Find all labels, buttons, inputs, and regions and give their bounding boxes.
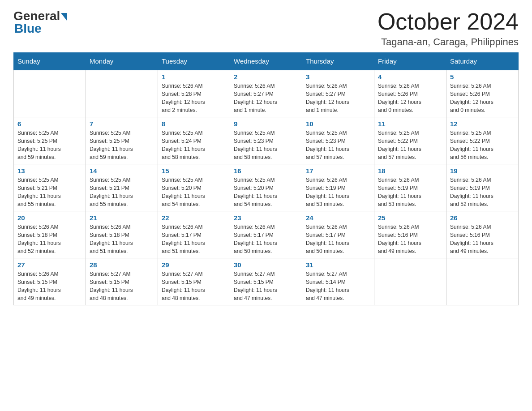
calendar-cell: 15Sunrise: 5:25 AMSunset: 5:20 PMDayligh… <box>158 164 230 211</box>
day-info: Sunrise: 5:25 AMSunset: 5:21 PMDaylight:… <box>90 176 154 208</box>
calendar-cell: 18Sunrise: 5:26 AMSunset: 5:19 PMDayligh… <box>374 164 446 211</box>
day-info: Sunrise: 5:25 AMSunset: 5:23 PMDaylight:… <box>306 129 370 161</box>
day-info: Sunrise: 5:25 AMSunset: 5:24 PMDaylight:… <box>162 129 226 161</box>
calendar-cell: 13Sunrise: 5:25 AMSunset: 5:21 PMDayligh… <box>14 164 86 211</box>
calendar-cell: 30Sunrise: 5:27 AMSunset: 5:15 PMDayligh… <box>230 258 302 305</box>
day-number: 30 <box>234 261 298 269</box>
day-number: 8 <box>162 120 226 128</box>
calendar-cell: 5Sunrise: 5:26 AMSunset: 5:26 PMDaylight… <box>446 70 519 117</box>
weekday-header-saturday: Saturday <box>446 53 519 70</box>
day-info: Sunrise: 5:26 AMSunset: 5:15 PMDaylight:… <box>17 270 82 302</box>
day-number: 27 <box>17 261 82 269</box>
calendar-cell: 8Sunrise: 5:25 AMSunset: 5:24 PMDaylight… <box>158 117 230 164</box>
calendar-cell: 24Sunrise: 5:26 AMSunset: 5:17 PMDayligh… <box>302 211 374 258</box>
day-info: Sunrise: 5:25 AMSunset: 5:20 PMDaylight:… <box>162 176 226 208</box>
calendar-cell: 6Sunrise: 5:25 AMSunset: 5:25 PMDaylight… <box>14 117 86 164</box>
calendar-cell: 20Sunrise: 5:26 AMSunset: 5:18 PMDayligh… <box>14 211 86 258</box>
calendar-cell: 12Sunrise: 5:25 AMSunset: 5:22 PMDayligh… <box>446 117 519 164</box>
logo: General Blue <box>13 9 67 35</box>
calendar-cell: 26Sunrise: 5:26 AMSunset: 5:16 PMDayligh… <box>446 211 519 258</box>
weekday-header-friday: Friday <box>374 53 446 70</box>
calendar-cell: 27Sunrise: 5:26 AMSunset: 5:15 PMDayligh… <box>14 258 86 305</box>
day-info: Sunrise: 5:25 AMSunset: 5:22 PMDaylight:… <box>450 129 515 161</box>
title-area: October 2024 Tagana-an, Caraga, Philippi… <box>378 9 519 48</box>
day-info: Sunrise: 5:26 AMSunset: 5:27 PMDaylight:… <box>234 82 298 114</box>
calendar-cell: 21Sunrise: 5:26 AMSunset: 5:18 PMDayligh… <box>86 211 158 258</box>
logo-arrow-icon <box>61 13 67 21</box>
calendar-cell: 2Sunrise: 5:26 AMSunset: 5:27 PMDaylight… <box>230 70 302 117</box>
weekday-header-tuesday: Tuesday <box>158 53 230 70</box>
day-number: 2 <box>234 73 298 81</box>
calendar-cell <box>446 258 519 305</box>
day-info: Sunrise: 5:26 AMSunset: 5:19 PMDaylight:… <box>450 176 515 208</box>
logo-blue-text: Blue <box>13 22 42 35</box>
weekday-header-wednesday: Wednesday <box>230 53 302 70</box>
day-number: 6 <box>17 120 82 128</box>
day-info: Sunrise: 5:26 AMSunset: 5:19 PMDaylight:… <box>306 176 370 208</box>
day-info: Sunrise: 5:26 AMSunset: 5:17 PMDaylight:… <box>162 223 226 255</box>
day-info: Sunrise: 5:26 AMSunset: 5:18 PMDaylight:… <box>17 223 82 255</box>
calendar-cell: 19Sunrise: 5:26 AMSunset: 5:19 PMDayligh… <box>446 164 519 211</box>
calendar-cell: 29Sunrise: 5:27 AMSunset: 5:15 PMDayligh… <box>158 258 230 305</box>
calendar-cell: 14Sunrise: 5:25 AMSunset: 5:21 PMDayligh… <box>86 164 158 211</box>
day-info: Sunrise: 5:25 AMSunset: 5:21 PMDaylight:… <box>17 176 82 208</box>
calendar-week-row: 6Sunrise: 5:25 AMSunset: 5:25 PMDaylight… <box>14 117 519 164</box>
day-info: Sunrise: 5:26 AMSunset: 5:17 PMDaylight:… <box>306 223 370 255</box>
day-info: Sunrise: 5:26 AMSunset: 5:18 PMDaylight:… <box>90 223 154 255</box>
calendar-cell: 28Sunrise: 5:27 AMSunset: 5:15 PMDayligh… <box>86 258 158 305</box>
day-info: Sunrise: 5:25 AMSunset: 5:25 PMDaylight:… <box>17 129 82 161</box>
calendar-cell <box>14 70 86 117</box>
day-info: Sunrise: 5:26 AMSunset: 5:27 PMDaylight:… <box>306 82 370 114</box>
day-info: Sunrise: 5:27 AMSunset: 5:15 PMDaylight:… <box>90 270 154 302</box>
day-number: 5 <box>450 73 515 81</box>
calendar-week-row: 1Sunrise: 5:26 AMSunset: 5:28 PMDaylight… <box>14 70 519 117</box>
calendar-cell <box>86 70 158 117</box>
calendar-cell: 3Sunrise: 5:26 AMSunset: 5:27 PMDaylight… <box>302 70 374 117</box>
day-number: 23 <box>234 214 298 222</box>
day-number: 22 <box>162 214 226 222</box>
day-number: 18 <box>378 167 442 175</box>
calendar-week-row: 27Sunrise: 5:26 AMSunset: 5:15 PMDayligh… <box>14 258 519 305</box>
day-info: Sunrise: 5:26 AMSunset: 5:26 PMDaylight:… <box>450 82 515 114</box>
day-info: Sunrise: 5:27 AMSunset: 5:15 PMDaylight:… <box>234 270 298 302</box>
weekday-header-monday: Monday <box>86 53 158 70</box>
calendar-cell: 10Sunrise: 5:25 AMSunset: 5:23 PMDayligh… <box>302 117 374 164</box>
calendar-cell: 1Sunrise: 5:26 AMSunset: 5:28 PMDaylight… <box>158 70 230 117</box>
calendar-cell <box>374 258 446 305</box>
day-info: Sunrise: 5:26 AMSunset: 5:19 PMDaylight:… <box>378 176 442 208</box>
calendar-cell: 22Sunrise: 5:26 AMSunset: 5:17 PMDayligh… <box>158 211 230 258</box>
day-info: Sunrise: 5:26 AMSunset: 5:16 PMDaylight:… <box>378 223 442 255</box>
day-info: Sunrise: 5:25 AMSunset: 5:22 PMDaylight:… <box>378 129 442 161</box>
weekday-header-row: SundayMondayTuesdayWednesdayThursdayFrid… <box>14 53 519 70</box>
day-number: 15 <box>162 167 226 175</box>
calendar-table: SundayMondayTuesdayWednesdayThursdayFrid… <box>13 52 519 305</box>
day-number: 3 <box>306 73 370 81</box>
calendar-cell: 17Sunrise: 5:26 AMSunset: 5:19 PMDayligh… <box>302 164 374 211</box>
day-number: 9 <box>234 120 298 128</box>
day-number: 4 <box>378 73 442 81</box>
calendar-week-row: 13Sunrise: 5:25 AMSunset: 5:21 PMDayligh… <box>14 164 519 211</box>
day-info: Sunrise: 5:25 AMSunset: 5:20 PMDaylight:… <box>234 176 298 208</box>
day-info: Sunrise: 5:26 AMSunset: 5:28 PMDaylight:… <box>162 82 226 114</box>
day-number: 21 <box>90 214 154 222</box>
day-info: Sunrise: 5:27 AMSunset: 5:15 PMDaylight:… <box>162 270 226 302</box>
day-number: 16 <box>234 167 298 175</box>
day-info: Sunrise: 5:27 AMSunset: 5:14 PMDaylight:… <box>306 270 370 302</box>
calendar-cell: 9Sunrise: 5:25 AMSunset: 5:23 PMDaylight… <box>230 117 302 164</box>
month-title: October 2024 <box>378 9 519 34</box>
day-number: 12 <box>450 120 515 128</box>
day-number: 10 <box>306 120 370 128</box>
day-info: Sunrise: 5:25 AMSunset: 5:23 PMDaylight:… <box>234 129 298 161</box>
calendar-cell: 4Sunrise: 5:26 AMSunset: 5:26 PMDaylight… <box>374 70 446 117</box>
day-info: Sunrise: 5:25 AMSunset: 5:25 PMDaylight:… <box>90 129 154 161</box>
weekday-header-sunday: Sunday <box>14 53 86 70</box>
calendar-cell: 31Sunrise: 5:27 AMSunset: 5:14 PMDayligh… <box>302 258 374 305</box>
day-number: 28 <box>90 261 154 269</box>
day-info: Sunrise: 5:26 AMSunset: 5:16 PMDaylight:… <box>450 223 515 255</box>
calendar-week-row: 20Sunrise: 5:26 AMSunset: 5:18 PMDayligh… <box>14 211 519 258</box>
day-number: 19 <box>450 167 515 175</box>
day-number: 31 <box>306 261 370 269</box>
calendar-cell: 11Sunrise: 5:25 AMSunset: 5:22 PMDayligh… <box>374 117 446 164</box>
day-number: 26 <box>450 214 515 222</box>
day-info: Sunrise: 5:26 AMSunset: 5:17 PMDaylight:… <box>234 223 298 255</box>
